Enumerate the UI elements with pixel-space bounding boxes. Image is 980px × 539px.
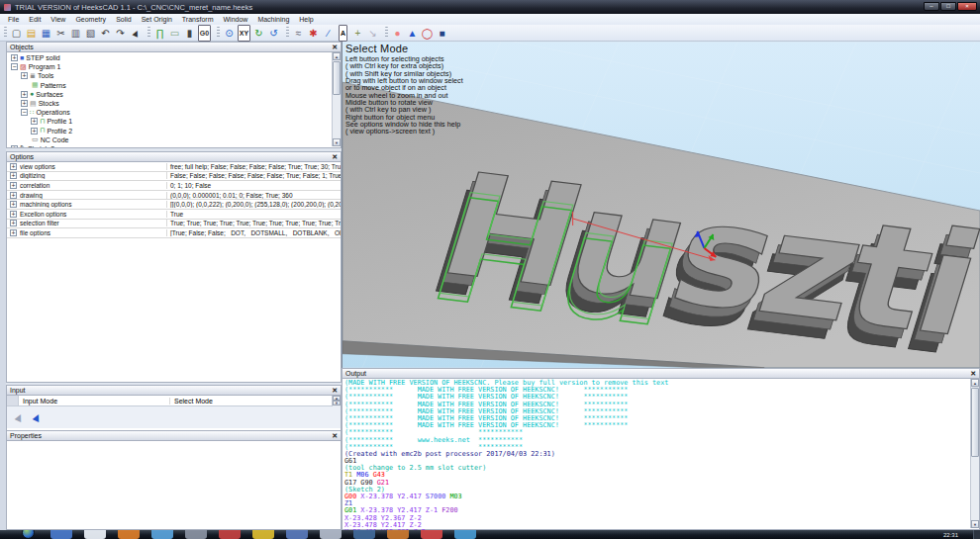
output-panel-titlebar[interactable]: Output ✕ — [342, 368, 980, 379]
taskbar-app-icon[interactable] — [84, 530, 106, 539]
taskbar-app-icon[interactable] — [185, 530, 207, 539]
windows-taskbar[interactable] — [0, 530, 980, 539]
toolbar-grip[interactable] — [147, 27, 150, 39]
drill-operation-icon[interactable]: ▮ — [182, 26, 197, 41]
taskbar-app-icon[interactable] — [421, 530, 442, 539]
menu-item-set-origin[interactable]: Set Origin — [137, 16, 177, 23]
menu-item-window[interactable]: Window — [218, 16, 252, 23]
input-mode-value[interactable]: Select Mode — [169, 398, 341, 404]
options-grid[interactable]: +view optionsfree; full help; False; Fal… — [6, 162, 342, 383]
input-panel-titlebar[interactable]: Input ✕ — [6, 385, 342, 396]
row-expander-icon[interactable]: + — [10, 220, 17, 226]
option-value[interactable]: True — [166, 211, 341, 218]
zoom-extents-icon[interactable]: ⊙ — [222, 26, 237, 41]
menu-item-file[interactable]: File — [3, 16, 24, 23]
copy-icon[interactable]: ▥ — [68, 26, 83, 41]
tree-item-patterns[interactable]: ▦Patterns — [9, 81, 341, 90]
scroll-down-icon[interactable]: ▼ — [333, 401, 341, 405]
scroll-down-icon[interactable]: ▼ — [333, 138, 341, 146]
taskbar-app-icon[interactable] — [320, 530, 342, 539]
input-mode-row[interactable]: Input Mode Select Mode — [7, 396, 341, 406]
output-scrollbar[interactable]: ▲ ▼ — [970, 379, 979, 528]
toolbar-grip[interactable] — [286, 27, 289, 39]
scroll-up-icon[interactable]: ▲ — [971, 379, 979, 387]
tree-item-program-1[interactable]: −▨Program 1 — [9, 62, 341, 71]
option-value[interactable]: free; full help; False; False; False; Fa… — [166, 163, 341, 170]
row-expander-icon[interactable]: + — [10, 229, 17, 236]
option-value[interactable]: [True; False; False; _DOT, _DOTSMALL, _D… — [166, 229, 341, 236]
torus-solid-icon[interactable]: ◯ — [420, 26, 435, 41]
tree-expander-icon[interactable]: + — [21, 100, 28, 107]
toolbar-grip[interactable] — [217, 27, 220, 39]
scrollbar-thumb[interactable] — [333, 61, 341, 95]
option-value[interactable]: False; False; False; False; False; False… — [166, 172, 341, 179]
tree-item-stocks[interactable]: +▤Stocks — [9, 99, 341, 108]
menu-item-geometry[interactable]: Geometry — [70, 16, 111, 23]
cube-solid-icon[interactable]: ■ — [435, 26, 449, 41]
undo-icon[interactable]: ↶ — [98, 26, 113, 41]
taskbar-app-icon[interactable] — [219, 530, 241, 539]
close-icon[interactable]: ✕ — [332, 44, 338, 51]
menu-item-edit[interactable]: Edit — [24, 16, 46, 23]
points-icon[interactable]: ✱ — [306, 26, 321, 41]
row-expander-icon[interactable]: + — [10, 192, 17, 199]
menu-item-machining[interactable]: Machining — [252, 16, 294, 23]
profile-operation-icon[interactable]: ∏ — [152, 26, 167, 41]
objects-tree[interactable]: +■STEP solid−▨Program 1+≣Tools▦Patterns+… — [6, 52, 342, 148]
tree-item-profile-2[interactable]: +⊓Profile 2 — [9, 127, 341, 135]
option-value[interactable]: 0; 1; 10; False — [166, 182, 341, 189]
tree-expander-icon[interactable]: + — [11, 54, 18, 61]
tree-expander-icon[interactable]: − — [11, 63, 18, 70]
tree-expander-icon[interactable]: − — [21, 109, 28, 116]
objects-panel-titlebar[interactable]: Objects ✕ — [6, 42, 342, 52]
window-titlebar[interactable]: TRIAL VERSION of HeeksCAD 1.1 - C:\_CNC\… — [0, 0, 980, 14]
row-expander-icon[interactable]: + — [10, 172, 17, 179]
maximize-button[interactable]: □ — [940, 2, 956, 11]
nc-output-text[interactable]: (MADE WITH FREE VERSION OF HEEKSCNC. Ple… — [342, 379, 980, 530]
minimize-button[interactable]: – — [924, 2, 939, 11]
cut-icon[interactable]: ✂ — [53, 26, 68, 41]
toolbar-grip[interactable] — [385, 27, 388, 39]
option-value[interactable]: [[(0,0,0); (0,0,222); (0,200,0); (255,12… — [166, 201, 341, 208]
taskbar-app-icon[interactable] — [353, 530, 375, 539]
options-panel-titlebar[interactable]: Options ✕ — [6, 151, 342, 162]
tree-item-nc-code[interactable]: ▭NC Code — [9, 135, 341, 144]
row-expander-icon[interactable]: + — [10, 163, 17, 170]
row-expander-icon[interactable]: + — [10, 211, 17, 218]
start-button[interactable] — [22, 530, 35, 539]
taskbar-app-icon[interactable] — [50, 530, 72, 539]
scroll-up-icon[interactable]: ▲ — [333, 52, 341, 60]
tree-expander-icon[interactable]: + — [11, 145, 18, 148]
rapid-g0-icon[interactable]: G0 — [197, 26, 212, 41]
taskbar-app-icon[interactable] — [454, 530, 476, 539]
paste-icon[interactable]: ▧ — [83, 26, 98, 41]
sketch-lines-icon[interactable]: ≈ — [291, 26, 306, 41]
objects-scrollbar[interactable]: ▲ ▼ — [332, 52, 341, 146]
row-expander-icon[interactable]: + — [10, 182, 17, 189]
drag-select-mode-icon[interactable]: ► — [28, 409, 46, 426]
taskbar-app-icon[interactable] — [151, 530, 173, 539]
line-tool-icon[interactable]: ∕ — [321, 26, 336, 41]
row-expander-icon[interactable]: + — [10, 201, 17, 208]
taskbar-app-icon[interactable] — [387, 530, 409, 539]
taskbar-app-icon[interactable] — [286, 530, 308, 539]
new-file-icon[interactable]: ▢ — [9, 26, 24, 41]
show-desktop-button[interactable] — [973, 530, 980, 539]
tree-item-sketch-2[interactable]: +✎Sketch 2 — [9, 144, 341, 148]
redo-icon[interactable]: ↷ — [113, 26, 128, 41]
tree-item-step-solid[interactable]: +■STEP solid — [9, 53, 341, 62]
redraw-icon[interactable]: ↺ — [266, 26, 281, 41]
select-mode-icon[interactable]: ► — [10, 409, 28, 426]
dimension-icon[interactable]: ↘ — [365, 26, 380, 41]
view-xy-icon[interactable]: XY — [237, 26, 251, 41]
menu-item-solid[interactable]: Solid — [111, 16, 137, 23]
close-button[interactable]: × — [957, 2, 977, 11]
tree-item-operations[interactable]: −∷Operations — [9, 108, 341, 117]
option-value[interactable]: True; True; True; True; True; True; True… — [166, 220, 341, 226]
tree-item-tools[interactable]: +≣Tools — [9, 71, 341, 80]
open-file-icon[interactable]: ▤ — [24, 26, 39, 41]
option-value[interactable]: (0,0,0); 0.000001; 0.01; 0; False; True;… — [166, 192, 341, 199]
properties-panel-titlebar[interactable]: Properties ✕ — [6, 430, 342, 441]
menu-item-help[interactable]: Help — [294, 16, 318, 23]
scroll-down-icon[interactable]: ▼ — [971, 520, 979, 528]
